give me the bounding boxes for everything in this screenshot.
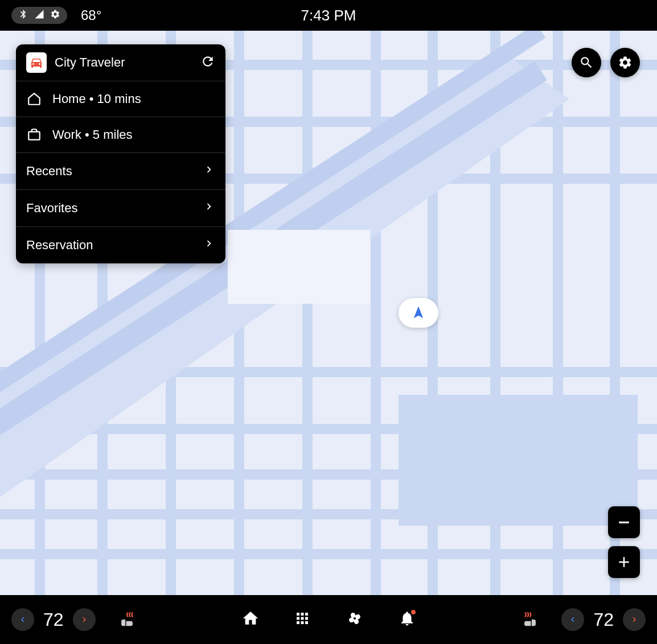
- signal-icon: [34, 9, 44, 22]
- chevron-right-icon: [629, 614, 639, 625]
- right-climate-group: 72: [503, 608, 646, 631]
- minus-icon: [615, 514, 633, 531]
- home-icon: [26, 92, 42, 106]
- svg-rect-24: [28, 132, 40, 140]
- panel-item-recents[interactable]: Recents: [16, 153, 225, 190]
- notifications-nav-button[interactable]: [399, 610, 416, 629]
- chevron-left-icon: [568, 614, 578, 625]
- settings-button[interactable]: [610, 48, 640, 77]
- map-canvas[interactable]: City Traveler Home • 10 mins Work • 5 mi…: [0, 31, 657, 595]
- panel-item-home[interactable]: Home • 10 mins: [16, 81, 225, 117]
- seat-heat-icon: [520, 610, 540, 629]
- plus-icon: [615, 554, 633, 571]
- left-temp-down-button[interactable]: [11, 608, 34, 631]
- navigation-panel: City Traveler Home • 10 mins Work • 5 mi…: [16, 44, 225, 263]
- gear-icon: [50, 9, 60, 22]
- zoom-out-button[interactable]: [608, 506, 640, 538]
- outside-temperature: 68°: [81, 7, 101, 23]
- status-pill[interactable]: [11, 7, 67, 24]
- chevron-right-icon: [79, 614, 89, 625]
- zoom-in-button[interactable]: [608, 546, 640, 578]
- left-temp-up-button[interactable]: [73, 608, 96, 631]
- right-temp-up-button[interactable]: [623, 608, 646, 631]
- panel-header: City Traveler: [16, 44, 225, 81]
- panel-item-reservation[interactable]: Reservation: [16, 227, 225, 263]
- panel-item-label: Recents: [26, 164, 203, 179]
- clock-time: 7:43 PM: [301, 7, 356, 24]
- navigation-arrow-icon: [410, 305, 426, 321]
- map-top-buttons: [572, 48, 640, 77]
- svg-point-26: [354, 617, 356, 620]
- search-button[interactable]: [572, 48, 601, 77]
- panel-item-favorites[interactable]: Favorites: [16, 190, 225, 227]
- right-seat-heat-button[interactable]: [520, 610, 540, 629]
- svg-rect-25: [619, 522, 629, 523]
- zoom-controls: [608, 506, 640, 578]
- gear-icon: [618, 55, 633, 70]
- bottom-system-bar: 72: [0, 595, 657, 644]
- seat-heat-icon: [117, 610, 137, 629]
- panel-item-label: Work • 5 miles: [52, 127, 215, 142]
- right-temp-down-button[interactable]: [561, 608, 584, 631]
- notification-dot-icon: [411, 610, 416, 614]
- right-temperature: 72: [593, 609, 614, 630]
- status-bar: 68° 7:43 PM: [0, 0, 657, 31]
- svg-rect-22: [228, 230, 370, 304]
- apps-grid-icon: [294, 610, 311, 627]
- nav-icon-group: [241, 609, 416, 630]
- fan-icon: [345, 609, 364, 628]
- chevron-right-icon: [203, 163, 215, 179]
- refresh-button[interactable]: [200, 54, 215, 71]
- app-title: City Traveler: [55, 55, 200, 70]
- home-nav-button[interactable]: [241, 609, 260, 630]
- home-icon: [241, 609, 260, 628]
- app-icon: [26, 52, 47, 73]
- chevron-right-icon: [203, 200, 215, 216]
- left-temperature: 72: [43, 609, 64, 630]
- hvac-nav-button[interactable]: [345, 609, 364, 630]
- panel-item-label: Reservation: [26, 238, 203, 253]
- apps-nav-button[interactable]: [294, 610, 311, 629]
- status-left-group: 68°: [11, 7, 101, 24]
- current-location-marker[interactable]: [399, 298, 438, 328]
- bluetooth-icon: [18, 9, 28, 22]
- chevron-left-icon: [18, 614, 28, 625]
- svg-rect-23: [399, 395, 638, 526]
- panel-item-label: Favorites: [26, 201, 203, 216]
- search-icon: [579, 55, 594, 70]
- left-climate-group: 72: [11, 608, 154, 631]
- briefcase-icon: [26, 127, 42, 142]
- chevron-right-icon: [203, 237, 215, 253]
- left-seat-heat-button[interactable]: [117, 610, 137, 629]
- panel-item-work[interactable]: Work • 5 miles: [16, 117, 225, 153]
- panel-item-label: Home • 10 mins: [52, 92, 215, 106]
